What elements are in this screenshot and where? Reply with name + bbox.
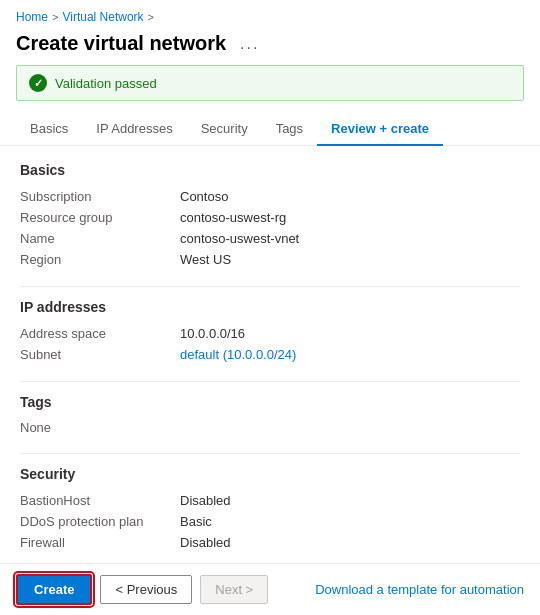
field-label-address-space: Address space (20, 326, 180, 341)
validation-banner: Validation passed (16, 65, 524, 101)
tab-tags[interactable]: Tags (262, 113, 317, 146)
security-section-title: Security (20, 466, 520, 482)
next-button: Next > (200, 575, 268, 604)
field-name: Name contoso-uswest-vnet (20, 228, 520, 249)
previous-button[interactable]: < Previous (100, 575, 192, 604)
field-bastion-host: BastionHost Disabled (20, 490, 520, 511)
field-label-subnet: Subnet (20, 347, 180, 362)
field-label-ddos: DDoS protection plan (20, 514, 180, 529)
create-button[interactable]: Create (16, 574, 92, 605)
field-label-subscription: Subscription (20, 189, 180, 204)
tab-security[interactable]: Security (187, 113, 262, 146)
breadcrumb-virtual-network[interactable]: Virtual Network (62, 10, 143, 24)
page-title: Create virtual network (16, 32, 226, 55)
field-value-subnet[interactable]: default (10.0.0.0/24) (180, 347, 296, 362)
download-template-link[interactable]: Download a template for automation (315, 582, 524, 597)
field-value-subscription: Contoso (180, 189, 228, 204)
field-value-name: contoso-uswest-vnet (180, 231, 299, 246)
tags-section: Tags None (20, 394, 520, 437)
breadcrumb: Home > Virtual Network > (0, 0, 540, 28)
security-section: Security BastionHost Disabled DDoS prote… (20, 466, 520, 553)
breadcrumb-home[interactable]: Home (16, 10, 48, 24)
validation-icon (29, 74, 47, 92)
tab-ip-addresses[interactable]: IP Addresses (82, 113, 186, 146)
field-value-region: West US (180, 252, 231, 267)
field-value-bastion-host: Disabled (180, 493, 231, 508)
breadcrumb-sep2: > (148, 11, 154, 23)
field-label-name: Name (20, 231, 180, 246)
tags-section-title: Tags (20, 394, 520, 410)
ellipsis-button[interactable]: ... (234, 33, 265, 55)
field-label-firewall: Firewall (20, 535, 180, 550)
page-title-row: Create virtual network ... (0, 28, 540, 65)
ip-addresses-section-title: IP addresses (20, 299, 520, 315)
field-label-resource-group: Resource group (20, 210, 180, 225)
field-subnet: Subnet default (10.0.0.0/24) (20, 344, 520, 365)
breadcrumb-sep1: > (52, 11, 58, 23)
tabs-nav: Basics IP Addresses Security Tags Review… (0, 113, 540, 146)
tab-basics[interactable]: Basics (16, 113, 82, 146)
tab-review-create[interactable]: Review + create (317, 113, 443, 146)
divider-tags (20, 453, 520, 454)
field-value-firewall: Disabled (180, 535, 231, 550)
field-subscription: Subscription Contoso (20, 186, 520, 207)
tags-value: None (20, 418, 520, 437)
field-value-resource-group: contoso-uswest-rg (180, 210, 286, 225)
field-label-bastion-host: BastionHost (20, 493, 180, 508)
basics-section: Basics Subscription Contoso Resource gro… (20, 162, 520, 270)
validation-text: Validation passed (55, 76, 157, 91)
field-value-ddos: Basic (180, 514, 212, 529)
field-ddos: DDoS protection plan Basic (20, 511, 520, 532)
basics-section-title: Basics (20, 162, 520, 178)
divider-basics (20, 286, 520, 287)
divider-ip (20, 381, 520, 382)
footer: Create < Previous Next > Download a temp… (0, 563, 540, 615)
ip-addresses-section: IP addresses Address space 10.0.0.0/16 S… (20, 299, 520, 365)
field-label-region: Region (20, 252, 180, 267)
field-resource-group: Resource group contoso-uswest-rg (20, 207, 520, 228)
field-address-space: Address space 10.0.0.0/16 (20, 323, 520, 344)
field-region: Region West US (20, 249, 520, 270)
field-value-address-space: 10.0.0.0/16 (180, 326, 245, 341)
field-firewall: Firewall Disabled (20, 532, 520, 553)
